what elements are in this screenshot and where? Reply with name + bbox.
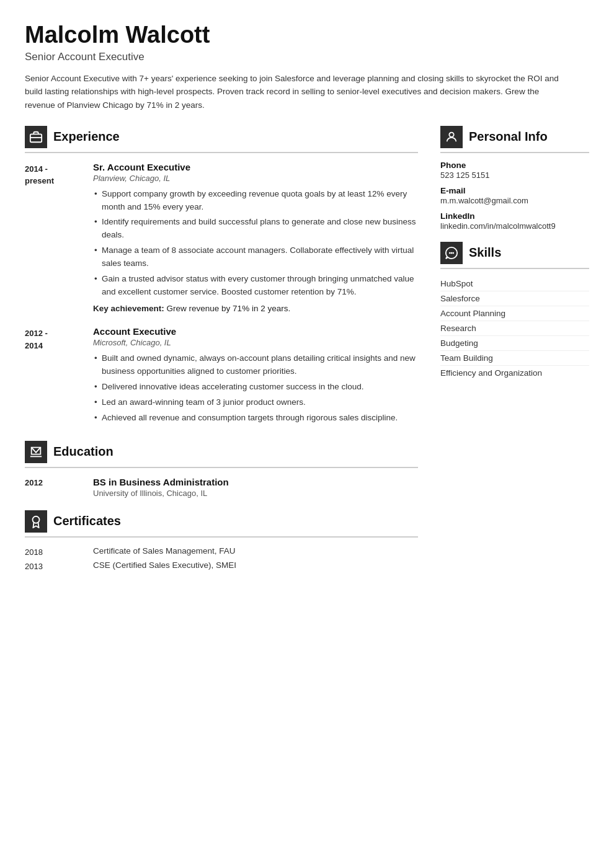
skills-title: Skills xyxy=(469,246,501,260)
personal-info-email: E-mail m.m.walcott@gmail.com xyxy=(440,186,589,205)
education-section-header: Education xyxy=(25,441,418,463)
svg-point-4 xyxy=(449,132,453,136)
skills-divider xyxy=(440,268,589,269)
cert-year-0: 2018 xyxy=(25,546,93,557)
candidate-summary: Senior Account Executive with 7+ years' … xyxy=(25,72,564,112)
svg-rect-0 xyxy=(30,134,42,142)
cert-entry-0: 2018 Certificate of Sales Management, FA… xyxy=(25,546,418,557)
personal-info-header: Personal Info xyxy=(440,126,589,148)
certificates-icon xyxy=(25,510,47,533)
bullet-0-2: Manage a team of 8 associate account man… xyxy=(93,244,418,270)
cert-name-0: Certificate of Sales Management, FAU xyxy=(93,546,236,557)
certificates-svg xyxy=(29,515,43,528)
personal-info-icon xyxy=(440,126,463,148)
experience-divider xyxy=(25,152,418,153)
exp-dates-0: 2014 - present xyxy=(25,162,93,316)
exp-bullets-1: Built and owned dynamic, always on-accou… xyxy=(93,352,418,425)
skill-6: Efficiency and Organization xyxy=(440,366,589,380)
exp-company-1: Microsoft, Chicago, IL xyxy=(93,338,418,347)
experience-section-header: Experience xyxy=(25,126,418,148)
bullet-1-3: Achieved all revenue and consumption tar… xyxy=(93,412,418,425)
right-column: Personal Info Phone 523 125 5151 E-mail … xyxy=(440,126,589,391)
skill-0: HubSpot xyxy=(440,277,589,291)
education-divider xyxy=(25,467,418,468)
left-column: Experience 2014 - present Sr. Account Ex… xyxy=(25,126,418,583)
phone-value: 523 125 5151 xyxy=(440,170,589,180)
personal-info-phone: Phone 523 125 5151 xyxy=(440,161,589,180)
svg-point-5 xyxy=(449,252,451,254)
skills-header: Skills xyxy=(440,242,589,264)
bullet-1-1: Delivered innovative ideas accelerating … xyxy=(93,381,418,394)
exp-entry-1: 2012 - 2014 Account Executive Microsoft,… xyxy=(25,326,418,428)
main-layout: Experience 2014 - present Sr. Account Ex… xyxy=(25,126,589,583)
bullet-0-1: Identify requirements and build successf… xyxy=(93,216,418,242)
personal-info-title: Personal Info xyxy=(469,130,548,144)
education-section: Education 2012 BS in Business Administra… xyxy=(25,441,418,498)
cert-name-1: CSE (Certified Sales Executive), SMEI xyxy=(93,560,236,571)
cert-year-1: 2013 xyxy=(25,560,93,571)
skills-svg xyxy=(445,246,458,260)
bullet-0-0: Support company growth by exceeding reve… xyxy=(93,188,418,214)
edu-year-0: 2012 xyxy=(25,477,93,498)
email-value: m.m.walcott@gmail.com xyxy=(440,196,589,205)
exp-content-0: Sr. Account Executive Planview, Chicago,… xyxy=(93,162,418,316)
edu-degree-0: BS in Business Administration xyxy=(93,477,229,487)
exp-job-title-0: Sr. Account Executive xyxy=(93,162,418,172)
bullet-1-2: Led an award-winning team of 3 junior pr… xyxy=(93,396,418,409)
bullet-1-0: Built and owned dynamic, always on-accou… xyxy=(93,352,418,378)
skill-3: Research xyxy=(440,321,589,336)
experience-icon xyxy=(25,126,47,148)
certificates-divider xyxy=(25,536,418,538)
edu-entry-0: 2012 BS in Business Administration Unive… xyxy=(25,477,418,498)
skill-2: Account Planning xyxy=(440,306,589,321)
skill-1: Salesforce xyxy=(440,291,589,306)
exp-dates-1: 2012 - 2014 xyxy=(25,326,93,428)
candidate-name: Malcolm Walcott xyxy=(25,22,589,48)
experience-title: Experience xyxy=(53,130,120,144)
exp-achievement-0: Key achievement: Grew revenue by 71% in … xyxy=(93,303,418,315)
exp-bullets-0: Support company growth by exceeding reve… xyxy=(93,188,418,299)
candidate-title: Senior Account Executive xyxy=(25,51,589,63)
experience-section: Experience 2014 - present Sr. Account Ex… xyxy=(25,126,418,428)
edu-content-0: BS in Business Administration University… xyxy=(93,477,229,498)
email-label: E-mail xyxy=(440,186,589,195)
skills-icon xyxy=(440,242,463,264)
personal-info-linkedin: LinkedIn linkedin.com/in/malcolmwalcott9 xyxy=(440,211,589,231)
phone-label: Phone xyxy=(440,161,589,170)
exp-content-1: Account Executive Microsoft, Chicago, IL… xyxy=(93,326,418,428)
resume-header: Malcolm Walcott Senior Account Executive… xyxy=(25,22,589,112)
briefcase-svg xyxy=(29,130,43,144)
certificates-section-header: Certificates xyxy=(25,510,418,533)
linkedin-label: LinkedIn xyxy=(440,211,589,221)
cert-entry-1: 2013 CSE (Certified Sales Executive), SM… xyxy=(25,560,418,571)
exp-job-title-1: Account Executive xyxy=(93,326,418,337)
certificates-title: Certificates xyxy=(53,514,121,528)
education-title: Education xyxy=(53,445,113,459)
personal-info-section: Personal Info Phone 523 125 5151 E-mail … xyxy=(440,126,589,231)
edu-school-0: University of Illinois, Chicago, IL xyxy=(93,489,229,498)
bullet-0-3: Gain a trusted advisor status with every… xyxy=(93,273,418,299)
svg-point-6 xyxy=(451,252,453,254)
achievement-label-0: Key achievement: xyxy=(93,304,164,313)
education-icon xyxy=(25,441,47,463)
exp-entry-0: 2014 - present Sr. Account Executive Pla… xyxy=(25,162,418,316)
education-svg xyxy=(29,445,43,459)
person-svg xyxy=(445,130,458,144)
certificates-section: Certificates 2018 Certificate of Sales M… xyxy=(25,510,418,571)
linkedin-value: linkedin.com/in/malcolmwalcott9 xyxy=(440,221,589,231)
skills-section: Skills HubSpot Salesforce Account Planni… xyxy=(440,242,589,380)
svg-point-7 xyxy=(452,252,454,254)
skill-5: Team Building xyxy=(440,351,589,366)
achievement-text-0: Grew revenue by 71% in 2 years. xyxy=(164,304,290,313)
skill-4: Budgeting xyxy=(440,336,589,351)
exp-company-0: Planview, Chicago, IL xyxy=(93,174,418,183)
personal-info-divider xyxy=(440,152,589,153)
svg-point-3 xyxy=(33,516,40,523)
